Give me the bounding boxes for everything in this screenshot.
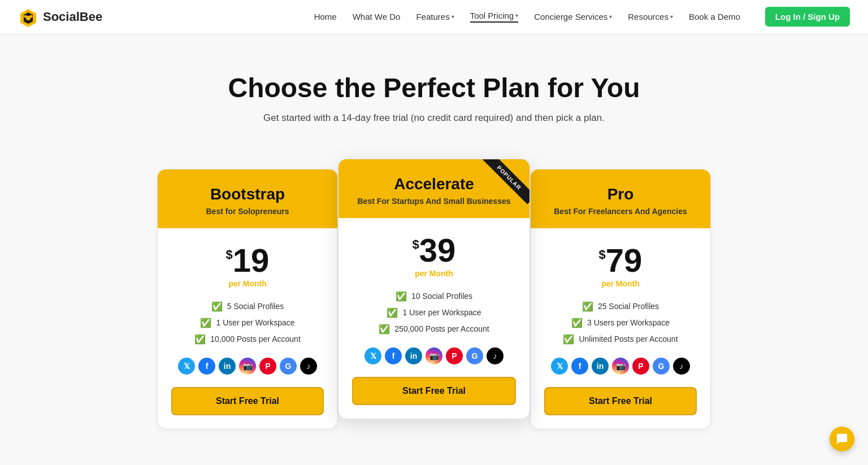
- logo[interactable]: SocialBee: [18, 7, 102, 27]
- plan-name-pro: Pro: [542, 185, 699, 203]
- plan-price-area-accelerate: $ 39: [413, 234, 456, 267]
- facebook-icon: f: [385, 347, 402, 364]
- nav-home[interactable]: Home: [314, 12, 337, 21]
- nav-concierge[interactable]: Concierge Services ▾: [534, 12, 612, 21]
- price-dollar-accelerate: $: [413, 237, 419, 252]
- feature-item: ✅ 25 Social Profiles: [544, 298, 697, 315]
- plan-price-area-pro: $ 79: [599, 244, 643, 277]
- plan-body-pro: $ 79 per Month ✅ 25 Social Profiles ✅ 3 …: [531, 228, 710, 429]
- check-icon: ✅: [387, 307, 398, 318]
- social-icons-bootstrap: 𝕏 f in 📷 P G ♪: [178, 358, 317, 375]
- plan-header-accelerate: Accelerate Best For Startups And Small B…: [338, 159, 530, 218]
- check-icon: ✅: [563, 334, 574, 345]
- facebook-icon: f: [198, 358, 215, 375]
- features-list-accelerate: ✅ 10 Social Profiles ✅ 1 User per Worksp…: [352, 288, 516, 337]
- feature-text: 1 User per Workspace: [216, 318, 294, 327]
- price-period-accelerate: per Month: [415, 269, 453, 278]
- check-icon: ✅: [211, 301, 223, 312]
- pinterest-icon: P: [632, 358, 649, 375]
- pricing-section: Bootstrap Best for Solopreneurs $ 19 per…: [0, 146, 868, 465]
- hero-subtitle: Get started with a 14-day free trial (no…: [11, 112, 857, 124]
- cta-bootstrap[interactable]: Start Free Trial: [171, 387, 324, 415]
- plan-card-pro: Pro Best For Freelancers And Agencies $ …: [530, 169, 711, 429]
- feature-item: ✅ 10 Social Profiles: [352, 288, 516, 305]
- social-icons-accelerate: 𝕏 f in 📷 P G ♪: [364, 347, 504, 364]
- plan-card-bootstrap: Bootstrap Best for Solopreneurs $ 19 per…: [157, 169, 338, 429]
- twitter-icon: 𝕏: [364, 347, 381, 364]
- price-dollar-bootstrap: $: [226, 247, 233, 262]
- check-icon: ✅: [379, 324, 390, 334]
- feature-item: ✅ 1 User per Workspace: [352, 305, 516, 321]
- nav-features[interactable]: Features ▾: [416, 12, 454, 21]
- plan-name-bootstrap: Bootstrap: [169, 185, 326, 203]
- chat-icon: [836, 433, 848, 445]
- feature-text: 3 Users per Workspace: [587, 318, 670, 327]
- feature-item: ✅ 250,000 Posts per Account: [352, 321, 516, 337]
- pinterest-icon: P: [446, 347, 463, 364]
- logo-text: SocialBee: [43, 10, 102, 24]
- instagram-icon: 📷: [239, 358, 256, 375]
- feature-text: 250,000 Posts per Account: [394, 324, 489, 333]
- navigation: SocialBee Home What We Do Features ▾ Too…: [0, 0, 868, 34]
- twitter-icon: 𝕏: [551, 358, 568, 375]
- hero-section: Choose the Perfect Plan for You Get star…: [0, 34, 868, 146]
- feature-text: 1 User per Workspace: [402, 308, 481, 317]
- facebook-icon: f: [571, 358, 588, 375]
- tiktok-icon: ♪: [673, 358, 690, 375]
- tiktok-icon: ♪: [300, 358, 317, 375]
- gmb-icon: G: [653, 358, 670, 375]
- social-icons-pro: 𝕏 f in 📷 P G ♪: [551, 358, 690, 375]
- instagram-icon: 📷: [612, 358, 629, 375]
- linkedin-icon: in: [219, 358, 236, 375]
- plan-body-accelerate: $ 39 per Month ✅ 10 Social Profiles ✅ 1 …: [338, 218, 530, 419]
- feature-item: ✅ 1 User per Workspace: [171, 315, 324, 331]
- price-dollar-pro: $: [599, 247, 606, 262]
- nav-links: Home What We Do Features ▾ Tool Pricing …: [314, 7, 850, 27]
- chat-bubble[interactable]: [830, 427, 854, 451]
- plan-price-area-bootstrap: $ 19: [226, 244, 270, 277]
- feature-text: 5 Social Profiles: [227, 302, 284, 311]
- price-period-bootstrap: per Month: [228, 279, 267, 288]
- nav-book-demo[interactable]: Book a Demo: [689, 12, 740, 21]
- plan-card-accelerate: Accelerate Best For Startups And Small B…: [338, 159, 530, 419]
- nav-tool-pricing[interactable]: Tool Pricing ▾: [470, 11, 519, 23]
- nav-login-signup[interactable]: Log In / Sign Up: [765, 7, 850, 27]
- plan-header-bootstrap: Bootstrap Best for Solopreneurs: [158, 170, 337, 228]
- plan-subtitle-bootstrap: Best for Solopreneurs: [169, 207, 326, 216]
- price-period-pro: per Month: [601, 279, 640, 288]
- plan-body-bootstrap: $ 19 per Month ✅ 5 Social Profiles ✅ 1 U…: [158, 228, 337, 429]
- gmb-icon: G: [466, 347, 483, 364]
- feature-item: ✅ 10,000 Posts per Account: [171, 331, 324, 347]
- feature-item: ✅ 5 Social Profiles: [171, 298, 324, 315]
- nav-resources[interactable]: Resources ▾: [628, 12, 673, 21]
- feature-text: 25 Social Profiles: [598, 302, 659, 311]
- feature-text: 10 Social Profiles: [411, 292, 472, 301]
- feature-item: ✅ Unlimited Posts per Account: [544, 331, 697, 347]
- twitter-icon: 𝕏: [178, 358, 195, 375]
- check-icon: ✅: [396, 291, 407, 302]
- check-icon: ✅: [200, 318, 211, 328]
- cta-accelerate[interactable]: Start Free Trial: [352, 377, 516, 405]
- linkedin-icon: in: [592, 358, 609, 375]
- svg-point-4: [30, 15, 33, 18]
- check-icon: ✅: [194, 334, 206, 345]
- logo-icon: [18, 7, 38, 27]
- svg-point-3: [24, 15, 27, 18]
- tiktok-icon: ♪: [487, 347, 504, 364]
- instagram-icon: 📷: [426, 347, 442, 364]
- features-list-pro: ✅ 25 Social Profiles ✅ 3 Users per Works…: [544, 298, 697, 347]
- plan-header-pro: Pro Best For Freelancers And Agencies: [531, 170, 710, 228]
- plan-subtitle-pro: Best For Freelancers And Agencies: [542, 207, 699, 216]
- pinterest-icon: P: [259, 358, 276, 375]
- popular-badge: [473, 159, 530, 216]
- linkedin-icon: in: [405, 347, 422, 364]
- check-icon: ✅: [571, 318, 583, 328]
- features-list-bootstrap: ✅ 5 Social Profiles ✅ 1 User per Workspa…: [171, 298, 324, 347]
- gmb-icon: G: [280, 358, 297, 375]
- nav-what-we-do[interactable]: What We Do: [353, 12, 401, 21]
- feature-text: Unlimited Posts per Account: [579, 334, 678, 344]
- price-amount-bootstrap: 19: [233, 244, 270, 277]
- hero-title: Choose the Perfect Plan for You: [11, 73, 857, 103]
- cta-pro[interactable]: Start Free Trial: [544, 387, 697, 415]
- check-icon: ✅: [582, 301, 593, 312]
